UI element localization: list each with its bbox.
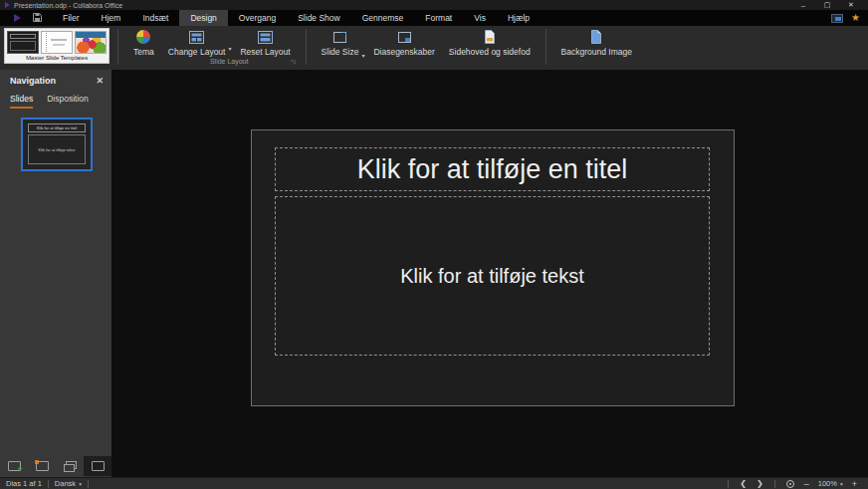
template-dots [44, 33, 47, 52]
tab-disposition[interactable]: Disposition [47, 94, 89, 109]
navigation-header: Navigation ✕ [0, 70, 111, 90]
zoom-in-button[interactable]: + [847, 479, 862, 489]
new-slide-icon: + [8, 461, 21, 471]
menu-label: Hjælp [508, 13, 530, 23]
dialog-launcher-icon[interactable]: ◹ [291, 58, 296, 65]
presenter-screen-icon[interactable] [831, 14, 843, 23]
menu-label: Slide Show [298, 13, 340, 23]
menu-label: Format [425, 13, 452, 23]
change-layout-dropdown-icon[interactable]: ▾ [228, 45, 231, 52]
zoom-level-selector[interactable]: 100% ▾ [814, 479, 847, 488]
previous-slide-button[interactable]: ❮ [735, 479, 752, 488]
zoom-dropdown-icon: ▾ [840, 481, 843, 487]
rename-slide-button[interactable] [28, 456, 56, 476]
menu-item-hjem[interactable]: Hjem [91, 10, 132, 26]
menu-item-vis[interactable]: Vis [463, 10, 497, 26]
zoom-out-button[interactable]: – [799, 479, 814, 489]
menu-item-format[interactable]: Format [414, 10, 463, 26]
reset-layout-button[interactable]: Reset Layout [233, 26, 297, 57]
slide-thumbnail[interactable]: Klik for at tilføje en titel Klik for at… [21, 118, 93, 171]
template-band [76, 32, 106, 38]
button-label: Change Layout [168, 47, 226, 57]
theme-button[interactable]: Tema [126, 26, 161, 57]
tab-slides[interactable]: Slides [10, 94, 33, 109]
app-window: Presentation.odp - Collabora Office – ▢ … [0, 0, 868, 489]
master-template-colorful[interactable] [75, 31, 107, 54]
save-icon[interactable] [33, 13, 42, 24]
template-line [51, 39, 67, 41]
menu-label: Overgang [239, 13, 276, 23]
header-footer-button[interactable]: Sidehoved og sidefod [442, 26, 538, 57]
duplicate-slide-button[interactable] [56, 456, 84, 476]
navigation-tabs: Slides Disposition [0, 90, 111, 109]
menu-item-filer[interactable]: Filer [52, 10, 91, 26]
zoom-level-value: 100% [818, 479, 837, 488]
menu-item-indsaet[interactable]: Indsæt [131, 10, 179, 26]
ribbon-design: Master Slide Templates Tema Change Layou… [0, 26, 868, 70]
change-layout-button[interactable]: Change Layout [161, 26, 233, 57]
master-slide-templates: Master Slide Templates [4, 28, 109, 64]
panel-close-icon[interactable]: ✕ [96, 76, 104, 86]
master-template-dark[interactable] [7, 31, 39, 54]
master-template-light[interactable] [41, 31, 73, 54]
slide-properties-icon [397, 30, 412, 44]
language-selector[interactable]: Dansk ▾ [55, 479, 82, 488]
header-footer-icon [484, 30, 496, 44]
thumbnail-title-box: Klik for at tilføje en titel [28, 123, 86, 132]
statusbar-separator [48, 480, 49, 488]
app-logo-icon [5, 2, 10, 8]
group-label: Slide Layout [210, 58, 249, 65]
ribbon-separator [117, 29, 118, 65]
collabora-logo-icon[interactable] [14, 14, 21, 22]
panel-toolbar: + [0, 455, 111, 476]
slide-size-dropdown-icon[interactable]: ▾ [361, 52, 364, 59]
menu-item-overgang[interactable]: Overgang [228, 10, 287, 26]
star-icon[interactable]: ★ [851, 13, 860, 23]
menu-item-gennemse[interactable]: Gennemse [351, 10, 415, 26]
layout-icon [189, 30, 204, 44]
background-image-icon [590, 30, 602, 44]
new-slide-button[interactable]: + [0, 456, 28, 476]
menu-item-hjaelp[interactable]: Hjælp [497, 10, 541, 26]
button-label: Diasegenskaber [373, 47, 434, 57]
slide-page[interactable]: Klik for at tilføje en titel Klik for at… [251, 129, 735, 406]
content-placeholder[interactable]: Klik for at tilføje tekst [275, 196, 710, 356]
menu-item-design[interactable]: Design [179, 10, 227, 26]
thumbnail-body-box: Klik for at tilføje tekst [28, 134, 86, 164]
button-label: Sidehoved og sidefod [449, 47, 531, 57]
menu-label: Indsæt [142, 13, 168, 23]
menu-item-slide-show[interactable]: Slide Show [287, 10, 351, 26]
master-templates-caption: Master Slide Templates [5, 54, 108, 63]
slide-layout-group-caption: Slide Layout ◹ [161, 58, 298, 65]
titlebar: Presentation.odp - Collabora Office – ▢ … [0, 0, 868, 10]
statusbar-right: ❮ ❯ – 100% ▾ + [722, 479, 862, 489]
slide-canvas[interactable]: Klik for at tilføje en titel Klik for at… [111, 70, 868, 477]
button-label: Tema [133, 47, 154, 57]
fit-slide-icon[interactable] [786, 480, 794, 488]
slide-size-button[interactable]: Slide Size [315, 26, 366, 57]
navigation-title: Navigation [10, 76, 56, 86]
button-label: Background Image [561, 47, 632, 57]
ribbon-separator [306, 29, 307, 65]
slide-counter: Dias 1 af 1 [6, 479, 42, 488]
delete-slide-button[interactable] [84, 456, 111, 476]
rename-slide-icon [36, 461, 49, 471]
menu-label: Gennemse [362, 13, 404, 23]
language-dropdown-icon: ▾ [79, 481, 82, 487]
statusbar-separator [774, 480, 775, 488]
title-placeholder[interactable]: Klik for at tilføje en titel [275, 147, 710, 191]
theme-color-wheel-icon [136, 30, 150, 44]
template-title-strip [10, 34, 36, 39]
background-image-button[interactable]: Background Image [554, 26, 639, 57]
menu-label: Design [190, 13, 216, 23]
button-label: Slide Size [322, 47, 359, 57]
language-label: Dansk [55, 479, 76, 488]
duplicate-slide-icon [64, 461, 77, 471]
minimize-button[interactable]: – [791, 0, 815, 10]
master-template-list [5, 29, 108, 54]
menubar-right: ★ [831, 10, 868, 26]
maximize-button[interactable]: ▢ [815, 0, 839, 10]
slide-properties-button[interactable]: Diasegenskaber [366, 26, 441, 57]
close-button[interactable]: ✕ [839, 0, 863, 10]
next-slide-button[interactable]: ❯ [752, 479, 768, 488]
